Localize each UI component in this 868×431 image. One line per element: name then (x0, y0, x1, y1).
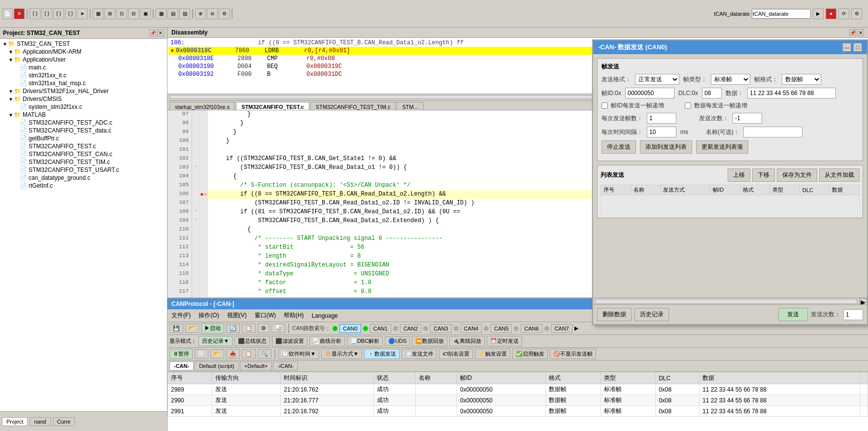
cb-id-increment[interactable] (601, 102, 608, 109)
menu-language[interactable]: Language (310, 311, 340, 320)
tree-matlab[interactable]: ▼ 📁 MATLAB (1, 111, 166, 119)
lineexpand-101[interactable] (192, 146, 200, 155)
list-load-btn[interactable]: 从文件加载 (819, 168, 860, 182)
disasm-pin-btn[interactable]: 📌 (849, 29, 856, 36)
can-enable-trigger-btn[interactable]: ✅启用触发 (512, 349, 548, 359)
linebp-105[interactable] (200, 181, 208, 190)
table-row-2990[interactable]: 2990 发送 21:20:16.777 成功 0x00000050 数据帧 标… (168, 395, 868, 406)
lineexpand-117[interactable] (192, 288, 200, 297)
linebp-97[interactable] (200, 110, 208, 119)
tree-test-c[interactable]: 📄 STM32CANFIFO_TEST.c (1, 142, 166, 150)
lineexpand-111[interactable] (192, 234, 200, 243)
can-route-can5[interactable]: CAN5 (491, 324, 512, 333)
dialog-scrollbar[interactable]: ▶ (593, 298, 867, 304)
send-btn[interactable]: 发送 (778, 308, 808, 321)
lineexpand-104[interactable] (192, 172, 200, 181)
mode-offline[interactable]: 🔌离线回放 (449, 336, 485, 346)
linebp-101[interactable] (200, 146, 208, 155)
can-tb-b1[interactable]: 🔄 (226, 324, 240, 333)
can-send-data-btn[interactable]: 📧数据发送 (364, 349, 400, 359)
frame-type-select[interactable]: 标准帧 (711, 74, 750, 85)
go-btn[interactable]: ▶ (813, 8, 824, 19)
mode-timer-send[interactable]: ⏰定时发送 (487, 336, 522, 346)
step-btn[interactable]: ⊞ (104, 8, 115, 19)
tree-usart-c[interactable]: 📄 STM32CANFIFO_TEST_USART.c (1, 166, 166, 174)
mdk-expand-icon[interactable]: ▼ (8, 49, 14, 55)
can-tb-save[interactable]: 💾 (169, 324, 183, 333)
tab-curre[interactable]: Curre (53, 417, 75, 426)
debug-btn[interactable]: ▦ (93, 8, 103, 19)
lineexpand-107[interactable] (192, 199, 200, 208)
linebp-113[interactable] (200, 252, 208, 261)
linebp-115[interactable] (200, 270, 208, 279)
tab-tim[interactable]: STM32CANFIFO_TEST_TIM.c (310, 102, 396, 110)
lineexpand-106[interactable] (192, 190, 200, 199)
dialog-maximize-btn[interactable]: □ (853, 43, 862, 52)
dlc-input[interactable] (702, 88, 722, 99)
tree-data-c[interactable]: 📄 STM32CANFIFO_TEST_data.c (1, 127, 166, 134)
can-send-file-btn[interactable]: 📨发送文件 (401, 349, 437, 359)
can-load-btn[interactable]: 📂 (210, 349, 224, 359)
lineexpand-103[interactable]: - (192, 164, 200, 172)
can-alias-btn[interactable]: 🏷别名设置 (439, 349, 473, 359)
update-list-btn[interactable]: 更新发送列表项 (696, 140, 748, 154)
cb-data-increment[interactable] (685, 102, 691, 109)
linebp-100[interactable] (200, 137, 208, 146)
lineexpand-110[interactable] (192, 226, 200, 234)
tab-canfifo-test[interactable]: STM32CANFIFO_TEST.c (236, 102, 309, 110)
mode-bus-state[interactable]: ⬛总线状态 (234, 336, 270, 346)
lineexpand-102[interactable] (192, 155, 200, 164)
clean-btn[interactable]: { } (53, 8, 64, 19)
tab-startup[interactable]: startup_stm32f103xe.s (169, 102, 235, 110)
cmsis-expand-icon[interactable]: ▼ (8, 97, 14, 102)
can-record-btn[interactable]: ⬜ (195, 349, 208, 359)
tree-dtype-c[interactable]: 📄 can_datatype_ground.c (1, 174, 166, 182)
linebp-98[interactable] (200, 119, 208, 128)
zoomout-btn[interactable]: ⊖ (207, 8, 218, 19)
can-export-btn[interactable]: 📤 (226, 349, 240, 359)
frame-format-select[interactable]: 数据帧 (782, 74, 821, 85)
can-route-can0[interactable]: CAN0 (339, 324, 361, 333)
tree-root[interactable]: ▼ 📁 STM32_CAN_TEST (1, 40, 166, 48)
matlab-expand-icon[interactable]: ▼ (8, 112, 14, 118)
lineexpand-100[interactable] (192, 137, 200, 146)
can-route-can4[interactable]: CAN4 (461, 324, 482, 333)
stop2-btn[interactable]: ● (826, 8, 836, 19)
tree-can-c[interactable]: 📄 STM32CANFIFO_TEST_CAN.c (1, 150, 166, 158)
interval-input[interactable] (647, 127, 676, 137)
lineexpand-116[interactable] (192, 279, 200, 288)
frame-id-input[interactable] (625, 88, 674, 99)
lineexpand-113[interactable] (192, 252, 200, 261)
tree-rtget-c[interactable]: 📄 rtGetInf.c (1, 182, 166, 190)
linebp-110[interactable] (200, 226, 208, 234)
can-time-btn[interactable]: 🕐软件时间▼ (278, 349, 319, 359)
run-btn[interactable]: ▣ (140, 8, 151, 19)
menu-window[interactable]: 窗口(W) (253, 310, 278, 321)
tree-item-mdk[interactable]: ▼ 📁 Application/MDK-ARM (1, 48, 166, 56)
linebp-107[interactable] (200, 199, 208, 208)
can-tab-can[interactable]: -CAN- (169, 362, 194, 370)
tree-item-user[interactable]: ▼ 📁 Application/User (1, 56, 166, 64)
lineexpand-99[interactable] (192, 128, 200, 137)
list-save-btn[interactable]: 保存为文件 (777, 168, 817, 182)
lineexpand-109[interactable]: - (192, 217, 200, 226)
can-route-can2[interactable]: CAN2 (400, 324, 421, 333)
mem-btn[interactable]: ▩ (156, 8, 167, 19)
flash-btn[interactable]: { } (65, 8, 76, 19)
linebp-117[interactable] (200, 288, 208, 297)
menu-view[interactable]: 视图(V) (225, 310, 249, 321)
stop-btn[interactable]: ⊡ (116, 8, 127, 19)
tab-nand[interactable]: nand (30, 417, 50, 426)
send-format-select[interactable]: 正常发送 (635, 74, 679, 85)
panel-close-btn[interactable]: ✕ (157, 30, 164, 36)
mode-filter[interactable]: ⬛滤波设置 (272, 336, 307, 346)
lineexpand-112[interactable] (192, 243, 200, 252)
lineexpand-105[interactable] (192, 181, 200, 190)
send-count-input[interactable] (647, 113, 676, 124)
config-btn[interactable]: ⚙ (851, 8, 862, 19)
lineexpand-114[interactable] (192, 261, 200, 270)
root-expand-icon[interactable]: ▼ (2, 41, 8, 47)
rebuild-btn[interactable]: { } (41, 8, 52, 19)
hal-expand-icon[interactable]: ▼ (8, 89, 14, 94)
can-tb-start[interactable]: ▶启动 (201, 323, 224, 333)
